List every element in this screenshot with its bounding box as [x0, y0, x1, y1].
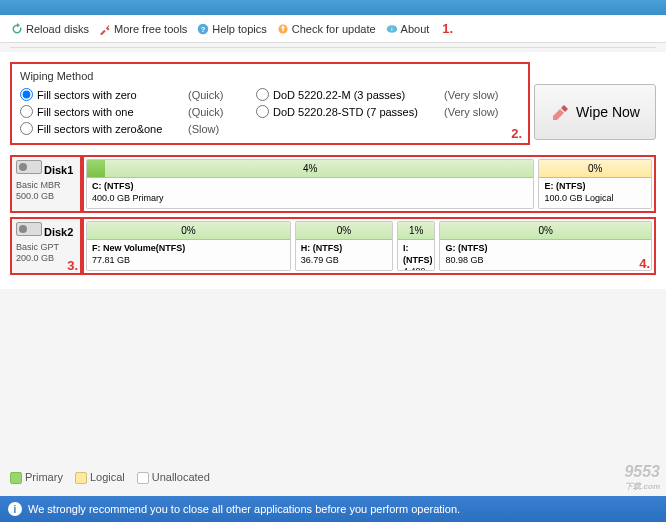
- separator: [10, 47, 656, 48]
- eraser-icon: [550, 102, 570, 122]
- update-icon: [277, 23, 289, 35]
- partition-f[interactable]: 0% F: New Volume(NTFS)77.81 GB: [86, 221, 291, 271]
- radio-one-label: Fill sectors with one: [37, 106, 134, 118]
- radio-dod22[interactable]: DoD 5220.22-M (3 passes): [256, 88, 436, 101]
- help-label: Help topics: [212, 23, 266, 35]
- part-e-size: 100.0 GB Logical: [544, 193, 613, 203]
- part-g-size: 80.98 GB: [445, 255, 483, 265]
- disk2-type: Basic GPT: [16, 242, 59, 252]
- disk-icon: [16, 222, 42, 236]
- disks-area: Disk1 Basic MBR500.0 GB 4% C: (NTFS)400.…: [10, 151, 656, 275]
- legend: Primary Logical Unallocated: [10, 471, 210, 484]
- radio-fill-one[interactable]: Fill sectors with one: [20, 105, 180, 118]
- part-f-size: 77.81 GB: [92, 255, 130, 265]
- disk1-type: Basic MBR: [16, 180, 61, 190]
- reload-label: Reload disks: [26, 23, 89, 35]
- part-e-name: E: (NTFS): [544, 181, 585, 191]
- partition-c[interactable]: 4% C: (NTFS)400.0 GB Primary: [86, 159, 534, 209]
- update-button[interactable]: Check for update: [274, 23, 379, 35]
- watermark: 9553下载.com: [624, 463, 660, 492]
- part-i-name: I: (NTFS): [403, 243, 433, 265]
- radio-dod28[interactable]: DoD 5220.28-STD (7 passes): [256, 105, 436, 118]
- part-i-pct: 1%: [409, 225, 423, 236]
- part-g-pct: 0%: [538, 225, 552, 236]
- radio-zero-label: Fill sectors with zero: [37, 89, 137, 101]
- reload-disks-button[interactable]: Reload disks: [8, 23, 92, 35]
- radio-dod28-label: DoD 5220.28-STD (7 passes): [273, 106, 418, 118]
- speed-quick-1: (Quick): [188, 89, 248, 101]
- wiping-method-panel: Wiping Method Fill sectors with zero (Qu…: [10, 62, 530, 145]
- wiping-title: Wiping Method: [20, 70, 520, 82]
- radio-fill-zeroone[interactable]: Fill sectors with zero&one: [20, 122, 180, 135]
- about-label: About: [401, 23, 430, 35]
- disk-icon: [16, 160, 42, 174]
- part-h-name: H: (NTFS): [301, 243, 343, 253]
- about-button[interactable]: i About: [383, 23, 433, 35]
- speed-vslow-2: (Very slow): [444, 106, 524, 118]
- help-icon: ?: [197, 23, 209, 35]
- info-icon: i: [8, 502, 22, 516]
- disk2-header[interactable]: Disk2 Basic GPT200.0 GB 3.: [10, 217, 82, 275]
- partition-h[interactable]: 0% H: (NTFS)36.79 GB: [295, 221, 393, 271]
- partition-g[interactable]: 0% G: (NTFS)80.98 GB: [439, 221, 652, 271]
- title-bar: [0, 0, 666, 15]
- radio-zeroone-label: Fill sectors with zero&one: [37, 123, 162, 135]
- part-i-size: 4.409 GB: [403, 266, 426, 271]
- speed-slow: (Slow): [188, 123, 248, 135]
- more-tools-button[interactable]: More free tools: [96, 23, 190, 35]
- part-e-pct: 0%: [588, 163, 602, 174]
- legend-unallocated: Unallocated: [137, 471, 210, 484]
- update-label: Check for update: [292, 23, 376, 35]
- part-g-name: G: (NTFS): [445, 243, 487, 253]
- part-h-pct: 0%: [337, 225, 351, 236]
- help-button[interactable]: ? Help topics: [194, 23, 269, 35]
- disk1-name: Disk1: [44, 164, 73, 176]
- tools-icon: [99, 23, 111, 35]
- svg-text:i: i: [391, 26, 392, 32]
- legend-primary: Primary: [10, 471, 63, 484]
- disk2-size: 200.0 GB: [16, 253, 54, 263]
- refresh-icon: [11, 23, 23, 35]
- part-f-name: F: New Volume(NTFS): [92, 243, 185, 253]
- tools-label: More free tools: [114, 23, 187, 35]
- wipe-now-label: Wipe Now: [576, 104, 640, 120]
- part-h-size: 36.79 GB: [301, 255, 339, 265]
- disk1-header[interactable]: Disk1 Basic MBR500.0 GB: [10, 155, 82, 213]
- speed-quick-2: (Quick): [188, 106, 248, 118]
- svg-text:?: ?: [201, 25, 206, 34]
- legend-logical: Logical: [75, 471, 125, 484]
- speed-vslow-1: (Very slow): [444, 89, 524, 101]
- disk2-partitions: 0% F: New Volume(NTFS)77.81 GB 0% H: (NT…: [82, 217, 656, 275]
- partition-i[interactable]: 1% I: (NTFS)4.409 GB: [397, 221, 435, 271]
- toolbar: Reload disks More free tools ? Help topi…: [0, 15, 666, 43]
- partition-e[interactable]: 0% E: (NTFS)100.0 GB Logical: [538, 159, 652, 209]
- disk2-name: Disk2: [44, 226, 73, 238]
- disk1-partitions: 4% C: (NTFS)400.0 GB Primary 0% E: (NTFS…: [82, 155, 656, 213]
- status-bar: i We strongly recommend you to close all…: [0, 496, 666, 522]
- about-icon: i: [386, 23, 398, 35]
- radio-fill-zero[interactable]: Fill sectors with zero: [20, 88, 180, 101]
- part-c-size: 400.0 GB Primary: [92, 193, 164, 203]
- part-c-name: C: (NTFS): [92, 181, 134, 191]
- part-c-pct: 4%: [303, 163, 317, 174]
- disk1-size: 500.0 GB: [16, 191, 54, 201]
- annotation-1: 1.: [442, 21, 453, 36]
- part-f-pct: 0%: [181, 225, 195, 236]
- wipe-now-button[interactable]: Wipe Now: [534, 84, 656, 140]
- radio-dod22-label: DoD 5220.22-M (3 passes): [273, 89, 405, 101]
- status-text: We strongly recommend you to close all o…: [28, 503, 460, 515]
